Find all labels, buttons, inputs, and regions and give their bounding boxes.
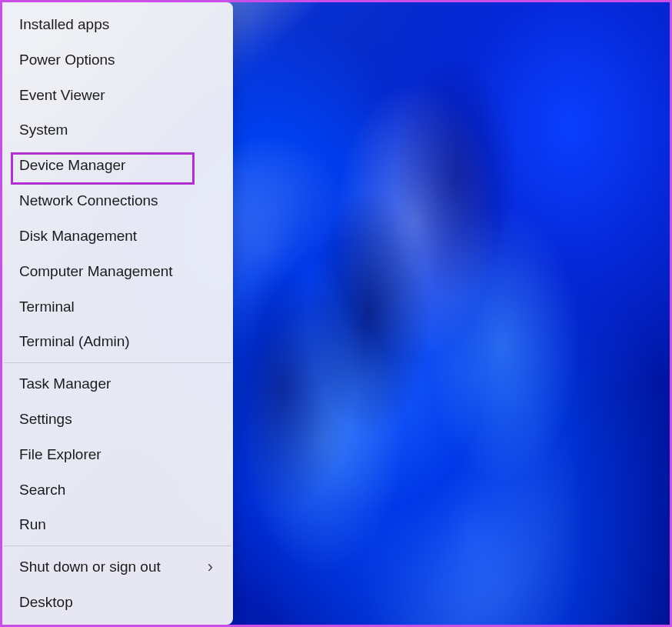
menu-item-label: Computer Management <box>19 263 173 280</box>
menu-separator <box>4 545 231 546</box>
menu-item-file-explorer[interactable]: File Explorer <box>2 437 233 472</box>
chevron-right-icon: › <box>208 557 213 577</box>
menu-item-shut-down[interactable]: Shut down or sign out› <box>2 549 233 585</box>
menu-item-device-manager[interactable]: Device Manager <box>2 148 233 183</box>
menu-item-system[interactable]: System <box>2 112 233 148</box>
menu-item-desktop[interactable]: Desktop <box>2 585 233 620</box>
menu-item-label: Disk Management <box>19 228 137 245</box>
menu-item-search[interactable]: Search <box>2 472 233 508</box>
menu-item-label: Event Viewer <box>19 87 105 104</box>
menu-item-label: Search <box>19 482 65 499</box>
menu-item-label: Task Manager <box>19 375 111 392</box>
menu-item-label: Desktop <box>19 594 73 611</box>
menu-item-power-options[interactable]: Power Options <box>2 42 233 78</box>
menu-item-label: Power Options <box>19 52 115 68</box>
menu-item-task-manager[interactable]: Task Manager <box>2 366 233 402</box>
menu-item-disk-management[interactable]: Disk Management <box>2 218 233 254</box>
menu-item-run[interactable]: Run <box>2 508 233 543</box>
menu-item-computer-management[interactable]: Computer Management <box>2 254 233 289</box>
menu-item-label: Shut down or sign out <box>19 559 161 575</box>
menu-item-terminal[interactable]: Terminal <box>2 289 233 325</box>
menu-item-label: Settings <box>19 411 72 428</box>
menu-item-settings[interactable]: Settings <box>2 402 233 437</box>
menu-item-label: Network Connections <box>19 192 158 209</box>
menu-item-label: Run <box>19 516 46 533</box>
menu-item-event-viewer[interactable]: Event Viewer <box>2 78 233 113</box>
menu-item-network-connections[interactable]: Network Connections <box>2 183 233 218</box>
winx-context-menu: Installed appsPower OptionsEvent ViewerS… <box>2 2 233 625</box>
menu-item-label: Device Manager <box>19 157 125 174</box>
menu-item-label: Installed apps <box>19 16 109 33</box>
menu-item-terminal-admin[interactable]: Terminal (Admin) <box>2 324 233 359</box>
menu-item-label: Terminal <box>19 298 75 315</box>
menu-separator <box>4 362 231 363</box>
menu-item-label: File Explorer <box>19 446 101 463</box>
menu-item-installed-apps[interactable]: Installed apps <box>2 7 233 42</box>
menu-item-label: System <box>19 122 68 138</box>
menu-item-label: Terminal (Admin) <box>19 333 130 350</box>
